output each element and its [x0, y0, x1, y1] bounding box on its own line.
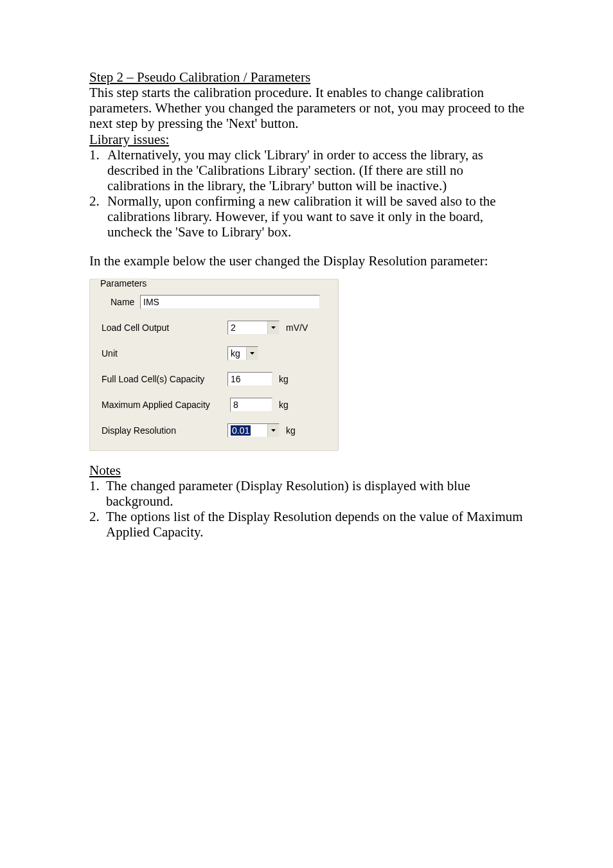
unit-label: Unit [102, 348, 227, 359]
svg-marker-0 [271, 326, 276, 329]
row-display-resolution: Display Resolution 0.01 kg [102, 423, 326, 438]
notes-list: 1. The changed parameter (Display Resolu… [89, 478, 529, 540]
chevron-down-icon [267, 321, 279, 334]
note-1: 1. The changed parameter (Display Resolu… [89, 478, 529, 509]
max-capacity-input[interactable]: 8 [230, 398, 272, 412]
full-capacity-unit: kg [279, 374, 289, 384]
full-capacity-label: Full Load Cell(s) Capacity [102, 374, 227, 384]
full-capacity-value: 16 [231, 374, 241, 384]
full-capacity-input[interactable]: 16 [227, 372, 272, 386]
chevron-down-icon [246, 347, 258, 360]
step-heading: Step 2 – Pseudo Calibration / Parameters [89, 69, 529, 85]
display-resolution-unit: kg [286, 425, 296, 436]
max-capacity-unit: kg [279, 400, 289, 410]
example-line: In the example below the user changed th… [89, 253, 529, 269]
notes-heading: Notes [89, 463, 529, 478]
row-unit: Unit kg [102, 346, 326, 360]
library-issues-list: 1. Alternatively, you may click 'Library… [89, 147, 529, 240]
library-issue-1: 1. Alternatively, you may click 'Library… [89, 147, 529, 193]
library-issue-2: 2. Normally, upon confirming a new calib… [89, 193, 529, 240]
svg-marker-2 [271, 429, 276, 432]
row-full-capacity: Full Load Cell(s) Capacity 16 kg [102, 372, 326, 386]
row-max-capacity: Maximum Applied Capacity 8 kg [102, 398, 326, 412]
display-resolution-combo[interactable]: 0.01 [227, 423, 280, 438]
unit-combo[interactable]: kg [227, 346, 258, 360]
max-capacity-label: Maximum Applied Capacity [102, 400, 230, 410]
load-cell-output-label: Load Cell Output [102, 323, 227, 333]
name-value: IMS [143, 297, 159, 307]
chevron-down-icon [267, 424, 279, 437]
intro-paragraph: This step starts the calibration procedu… [89, 85, 529, 131]
max-capacity-value: 8 [233, 400, 238, 410]
row-load-cell-output: Load Cell Output 2 mV/V [102, 321, 326, 335]
display-resolution-value: 0.01 [231, 425, 251, 436]
name-label: Name [111, 297, 140, 307]
name-input[interactable]: IMS [140, 295, 320, 309]
load-cell-output-value: 2 [228, 321, 267, 334]
parameters-panel: Parameters Name IMS Load Cell Output 2 [89, 279, 339, 451]
panel-legend: Parameters [98, 278, 149, 288]
library-issues-heading: Library issues: [89, 132, 529, 147]
display-resolution-label: Display Resolution [102, 425, 227, 436]
note-2: 2. The options list of the Display Resol… [89, 509, 529, 540]
svg-marker-1 [250, 352, 254, 355]
row-name: Name IMS [102, 295, 326, 309]
unit-value: kg [228, 347, 246, 360]
load-cell-output-combo[interactable]: 2 [227, 321, 280, 335]
load-cell-output-unit: mV/V [286, 323, 308, 333]
